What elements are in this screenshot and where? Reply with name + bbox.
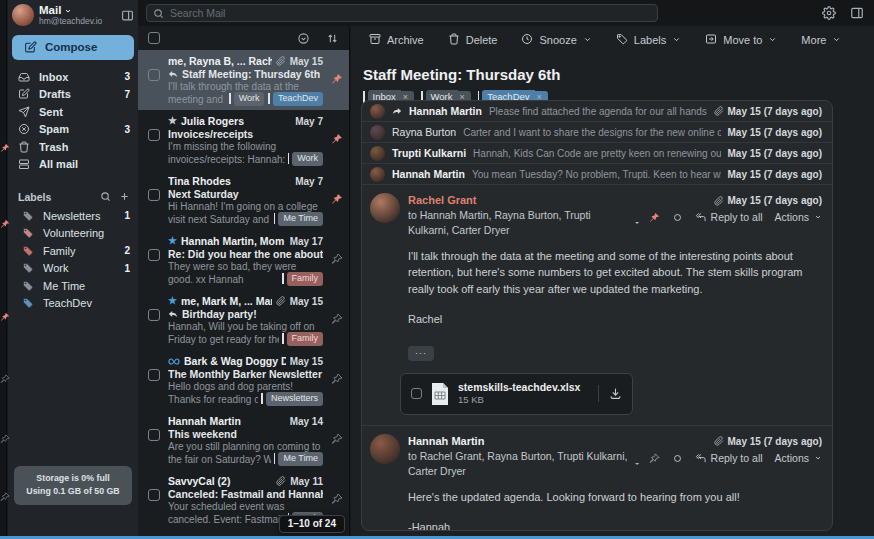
paperclip-icon (276, 56, 286, 66)
sidebar-item-spam[interactable]: Spam 3 (8, 120, 138, 138)
more-button[interactable]: More (801, 34, 841, 46)
reply-indicator-icon (168, 309, 178, 319)
sidebar-label-volunteering[interactable]: Volunteering (8, 224, 138, 242)
mail-item-checkbox[interactable] (148, 69, 160, 81)
paperclip-icon (714, 106, 724, 116)
pin-icon[interactable] (331, 295, 345, 346)
labels-button[interactable]: Labels (616, 33, 681, 47)
mail-list-item[interactable]: Bark & Wag Doggy Daycare May 15 The Mont… (138, 350, 349, 410)
sort-icon[interactable] (326, 32, 339, 45)
edge-strip (0, 0, 7, 539)
collapsed-message-row[interactable]: Hannah Martin Please find attached the a… (362, 101, 832, 122)
pin-icon[interactable] (331, 55, 345, 106)
collapsed-date: May 15 (7 days ago) (728, 106, 822, 117)
unread-dot-icon[interactable] (672, 453, 683, 464)
actions-menu-button[interactable]: Actions (775, 210, 822, 226)
reply-all-icon (695, 453, 706, 464)
collapsed-message-row[interactable]: Rayna Burton Carter and I want to share … (362, 122, 832, 143)
sidebar-label-me-time[interactable]: Me Time (8, 277, 138, 295)
sidebar-item-sent[interactable]: Sent (8, 103, 138, 121)
reading-pane-toggle-icon[interactable] (850, 6, 864, 20)
pin-icon (0, 215, 10, 225)
pin-icon[interactable] (331, 415, 345, 466)
collapsed-message-row[interactable]: Hannah Martin You mean Tuesday? No probl… (362, 164, 832, 185)
add-label-icon[interactable] (119, 191, 130, 202)
trash-icon (18, 141, 30, 153)
star-icon: ★ (168, 296, 177, 306)
message-recipients[interactable]: to Hannah Martin, Rayna Burton, Trupti K… (408, 208, 641, 237)
mail-item-checkbox[interactable] (148, 489, 160, 501)
download-icon[interactable] (598, 385, 632, 402)
message-recipients[interactable]: to Rachel Grant, Rayna Burton, Trupti Ku… (408, 449, 641, 478)
label-chip: Work (229, 92, 264, 107)
all-mail-icon (18, 158, 30, 170)
gear-icon[interactable] (822, 6, 836, 20)
mail-subject: Staff Meeting: Thursday 6th (182, 68, 320, 80)
attachment-card[interactable]: stemskills-teachdev.xlsx 15 KB (400, 373, 633, 415)
mail-item-checkbox[interactable] (148, 189, 160, 201)
mail-list-item[interactable]: ★ Julia Rogers May 7 Invoices/receipts I… (138, 110, 349, 170)
label-count-badge: 2 (124, 245, 130, 256)
label-tag-icon (22, 245, 34, 257)
delete-button[interactable]: Delete (448, 33, 498, 47)
pin-icon[interactable] (331, 175, 345, 226)
mail-app: Mail hm@teachdev.io Compose Inbox 3 Draf… (0, 0, 874, 539)
mail-list-item[interactable]: ★ Hannah Martin, Mom (4) May 17 Re: Did … (138, 230, 349, 290)
sidebar-item-drafts[interactable]: Drafts 7 (8, 85, 138, 103)
pin-icon[interactable] (331, 235, 345, 286)
snooze-button[interactable]: Snooze (521, 33, 591, 47)
select-all-checkbox[interactable] (148, 32, 160, 44)
collapsed-sender: Hannah Martin (409, 105, 482, 117)
sender-names: Bark & Wag Doggy Daycare (184, 355, 286, 367)
message-body: I'll talk through the data at the meetin… (370, 238, 822, 328)
sidebar-item-inbox[interactable]: Inbox 3 (8, 68, 138, 86)
storage-line2: Using 0.1 GB of 50 GB (18, 485, 128, 499)
sidebar-label-newsletters[interactable]: Newsletters 1 (8, 207, 138, 225)
search-bar[interactable] (146, 4, 658, 22)
collapsed-message-row[interactable]: Trupti Kulkarni Hannah, Kids Can Code ar… (362, 143, 832, 164)
avatar (370, 146, 385, 161)
actions-menu-button[interactable]: Actions (775, 451, 822, 467)
mail-list-item[interactable]: Tina Rhodes May 7 Next Saturday Hi Hanna… (138, 170, 349, 230)
move-to-button[interactable]: Move to (705, 33, 777, 47)
sidebar-item-all-mail[interactable]: All mail (8, 155, 138, 173)
file-icon (430, 382, 450, 406)
search-input[interactable] (170, 7, 651, 19)
sidebar-label-family[interactable]: Family 2 (8, 242, 138, 260)
mail-item-checkbox[interactable] (148, 369, 160, 381)
reply-all-button[interactable]: Reply to all (695, 210, 763, 226)
sidebar-label-work[interactable]: Work 1 (8, 259, 138, 277)
avatar (370, 193, 400, 223)
mail-item-checkbox[interactable] (148, 309, 160, 321)
unread-dot-icon[interactable] (672, 212, 683, 223)
search-labels-icon[interactable] (100, 191, 111, 202)
mail-item-checkbox[interactable] (148, 429, 160, 441)
label-chip: Work (288, 152, 323, 167)
mail-list-item[interactable]: Hannah Martin May 14 This weekend Are yo… (138, 410, 349, 470)
mail-item-checkbox[interactable] (148, 129, 160, 141)
pin-icon[interactable] (331, 115, 345, 166)
account-email: hm@teachdev.io (39, 17, 116, 27)
filter-icon[interactable] (297, 32, 310, 45)
pin-icon[interactable] (331, 355, 345, 406)
mail-date: May 15 (290, 296, 323, 307)
sender-names: me, Mark M, ... Mary G (8) (181, 295, 272, 307)
mail-list-item[interactable]: ★ me, Mark M, ... Mary G (8) May 15 Birt… (138, 290, 349, 350)
user-avatar[interactable] (12, 4, 34, 26)
mail-date: May 14 (290, 416, 323, 427)
compose-button[interactable]: Compose (12, 35, 134, 60)
collapse-sidebar-icon[interactable] (121, 9, 134, 22)
quoted-text-toggle[interactable]: ··· (408, 346, 434, 361)
pin-icon[interactable] (649, 453, 660, 464)
sender-names: Hannah Martin, Mom (4) (181, 235, 286, 247)
reply-all-button[interactable]: Reply to all (695, 451, 763, 467)
archive-button[interactable]: Archive (369, 33, 424, 47)
mail-list-item[interactable]: me, Rayna B, ... Rachel G (6) May 15 Sta… (138, 50, 349, 110)
attachment-checkbox[interactable] (411, 388, 422, 399)
pin-icon[interactable] (649, 212, 660, 223)
mail-item-checkbox[interactable] (148, 249, 160, 261)
sidebar-item-trash[interactable]: Trash (8, 138, 138, 156)
label-tag-icon (22, 210, 34, 222)
sidebar-label-teachdev[interactable]: TeachDev (8, 294, 138, 312)
avatar (370, 125, 385, 140)
